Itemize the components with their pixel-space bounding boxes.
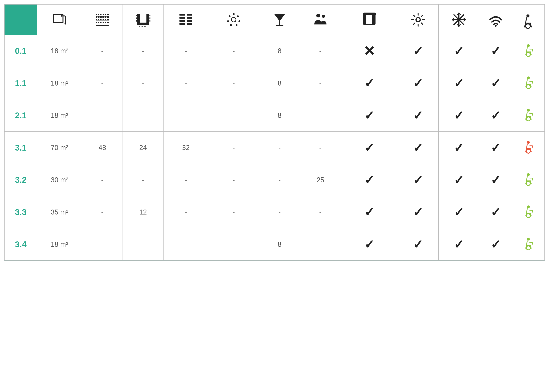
dash-value: -: [142, 176, 144, 184]
dash-value: -: [279, 176, 281, 184]
check-icon: ✓: [413, 141, 423, 154]
svg-point-12: [104, 14, 105, 15]
wifi-icon-header: [488, 12, 503, 29]
check-icon: ✓: [364, 173, 374, 187]
svg-rect-34: [136, 17, 137, 19]
table-body: 0.118 m²----8-✕✓✓✓ 1.118 m²----8-✓✓✓✓ 2.…: [5, 35, 545, 261]
col-header-dimensions: [37, 5, 82, 35]
dimensions-cell: 70 m²: [37, 132, 82, 164]
reception-cell: 25: [300, 164, 341, 196]
cabaret-cell: -: [208, 164, 259, 196]
svg-point-91: [526, 14, 529, 17]
col-header-wifi: [479, 5, 512, 35]
svg-rect-45: [187, 17, 192, 19]
dash-value: -: [185, 47, 187, 55]
svg-rect-60: [279, 21, 280, 25]
theatre-cell: -: [82, 67, 123, 99]
check-icon: ✓: [454, 141, 464, 154]
svg-rect-39: [139, 26, 140, 27]
theatre-cell: -: [82, 196, 123, 228]
svg-rect-43: [187, 14, 192, 15]
ushape-cell: -: [123, 35, 163, 67]
accessible-cell: [512, 35, 545, 67]
svg-point-15: [99, 16, 100, 18]
col-header-cabaret: [208, 5, 259, 35]
cell-value: 8: [278, 240, 282, 248]
svg-rect-40: [141, 26, 143, 27]
svg-rect-32: [137, 22, 149, 25]
check-icon: ✓: [491, 77, 501, 90]
dash-value: -: [185, 176, 187, 184]
svg-point-98: [526, 117, 530, 121]
accessible-cell: [512, 164, 545, 196]
room-name: 3.3: [15, 208, 27, 217]
ushape-cell: -: [123, 228, 163, 261]
svg-point-77: [417, 18, 420, 21]
svg-rect-67: [363, 13, 376, 15]
room-name-cell: 3.4: [5, 228, 37, 261]
reception-cell: -: [300, 228, 341, 261]
dimensions-value: 18 m²: [51, 47, 68, 55]
svg-point-57: [227, 20, 229, 22]
dash-value: -: [142, 79, 144, 87]
cabaret-cell: -: [208, 35, 259, 67]
room-name-cell: 3.2: [5, 164, 37, 196]
col-header-banquet: [259, 5, 300, 35]
dash-value: -: [142, 112, 144, 119]
dash-value: -: [232, 47, 235, 55]
svg-point-19: [97, 19, 98, 20]
schoolstyle-cell: -: [163, 196, 208, 228]
dash-value: -: [101, 47, 103, 55]
cell-value: 32: [182, 144, 190, 152]
dash-value: -: [232, 79, 235, 87]
header-row: [5, 5, 545, 35]
room-name-cell: 3.3: [5, 196, 37, 228]
ushape-cell: -: [123, 67, 163, 99]
svg-point-54: [239, 20, 240, 22]
svg-point-101: [527, 173, 530, 176]
cell-value: 25: [317, 176, 324, 184]
svg-point-102: [526, 181, 530, 185]
dimensions-cell: 18 m²: [37, 99, 82, 132]
svg-line-75: [421, 15, 423, 16]
ushape-cell: 24: [123, 132, 163, 164]
check-icon: ✓: [413, 173, 423, 187]
svg-rect-38: [149, 20, 150, 22]
cabaret-cell: -: [208, 228, 259, 261]
theatre-cell: -: [82, 164, 123, 196]
dimensions-value: 70 m²: [51, 144, 68, 152]
darken-cell: ✓: [341, 99, 398, 132]
dash-value: -: [319, 79, 322, 87]
schoolstyle-cell: -: [163, 228, 208, 261]
darken-cell: ✓: [341, 67, 398, 99]
svg-point-16: [101, 16, 103, 18]
svg-point-24: [97, 22, 98, 23]
airco-icon: [451, 12, 466, 29]
dash-value: -: [232, 144, 235, 152]
darken-cell: ✓: [341, 164, 398, 196]
svg-line-73: [414, 15, 415, 16]
col-header-airco: [439, 5, 479, 35]
room-name: 3.2: [15, 175, 27, 184]
svg-rect-37: [149, 17, 150, 19]
svg-point-23: [106, 19, 107, 20]
dimensions-value: 18 m²: [51, 240, 68, 248]
accessible-cell: [512, 99, 545, 132]
svg-point-96: [526, 84, 530, 89]
room-name-cell: 1.1: [5, 67, 37, 99]
svg-rect-30: [137, 14, 140, 24]
dimensions-cell: 18 m²: [37, 67, 82, 99]
check-icon: ✓: [413, 205, 423, 219]
theatre-cell: 48: [82, 132, 123, 164]
wifi-cell: ✓: [479, 228, 512, 261]
daylight-cell: ✓: [398, 35, 439, 67]
col-header-reception: [300, 5, 341, 35]
accessible-cell: [512, 67, 545, 99]
daylight-cell: ✓: [398, 164, 439, 196]
room-name-cell: 3.1: [5, 132, 37, 164]
banquet-cell: 8: [259, 35, 300, 67]
wifi-cell: ✓: [479, 67, 512, 99]
daylight-cell: ✓: [398, 196, 439, 228]
table-row: 3.230 m²-----25✓✓✓✓: [5, 164, 545, 196]
wifi-cell: ✓: [479, 164, 512, 196]
